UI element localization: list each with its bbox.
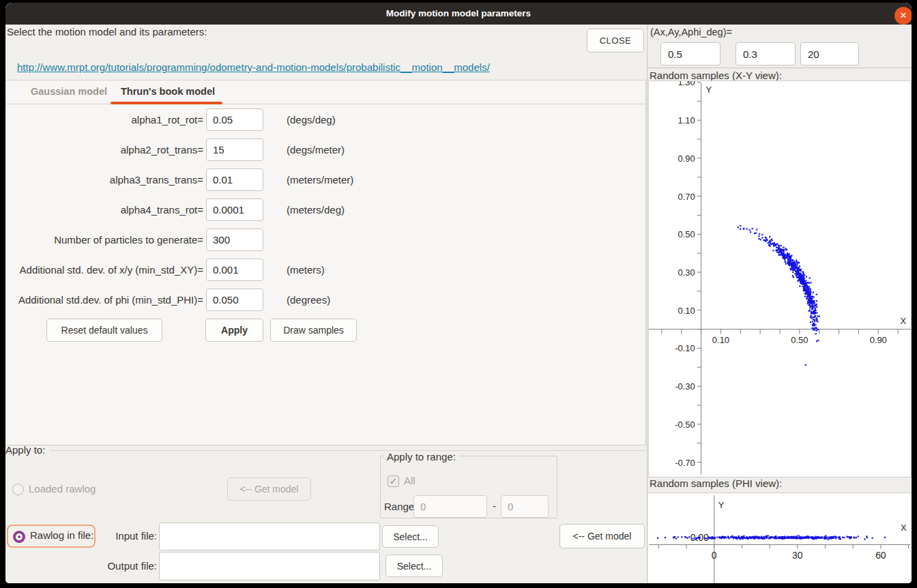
- xy-view-title: Random samples (X-Y view):: [650, 70, 782, 81]
- tab-thrun-book-model[interactable]: Thrun's book model: [121, 86, 215, 97]
- svg-text:1.10: 1.10: [678, 115, 695, 126]
- min-std-xy-unit: (meters): [287, 259, 325, 281]
- alpha2-unit: (degs/meter): [287, 138, 345, 161]
- svg-text:-0.50: -0.50: [675, 420, 695, 430]
- output-file-select-button[interactable]: Select...: [385, 555, 443, 577]
- apply-to-legend: Apply to:: [5, 444, 45, 456]
- output-file-field[interactable]: [159, 552, 380, 580]
- svg-text:Y: Y: [718, 500, 725, 510]
- check-icon: ✓: [390, 476, 397, 486]
- alpha3-unit: (meters/meter): [287, 168, 353, 191]
- svg-text:0.10: 0.10: [678, 306, 695, 316]
- tutorial-link[interactable]: http://www.mrpt.org/tutorials/programmin…: [17, 61, 490, 73]
- apply-to-range-legend: Apply to range:: [384, 451, 458, 462]
- rawlog-in-file-radio[interactable]: [13, 531, 25, 543]
- svg-text:X: X: [901, 523, 907, 533]
- screenshot-root: Modify motion model parameters ✕ Select …: [0, 0, 917, 588]
- alpha1-input[interactable]: [206, 108, 263, 131]
- svg-text:0.90: 0.90: [678, 153, 695, 164]
- svg-text:0.50: 0.50: [791, 335, 808, 345]
- input-file-select-button[interactable]: Select...: [382, 525, 439, 548]
- window-close-icon[interactable]: ✕: [894, 7, 912, 25]
- tab-gaussian-model[interactable]: Gaussian model: [31, 86, 107, 97]
- range-to-input[interactable]: [501, 495, 549, 518]
- svg-text:0.70: 0.70: [678, 192, 695, 202]
- all-checkbox-label: All: [404, 475, 416, 486]
- close-button[interactable]: CLOSE: [587, 29, 644, 53]
- range-label: Range:: [384, 501, 417, 512]
- alpha4-label: alpha4_trans_rot=: [5, 199, 203, 221]
- svg-text:0.50: 0.50: [678, 229, 695, 239]
- alpha3-input[interactable]: [206, 168, 263, 191]
- svg-text:30: 30: [792, 550, 803, 561]
- input-file-label: Input file:: [75, 530, 157, 542]
- svg-text:60: 60: [875, 550, 886, 561]
- range-dash: -: [493, 500, 496, 512]
- min-std-xy-label: Additional std. dev. of x/y (min_std_XY)…: [5, 259, 203, 281]
- get-model-button[interactable]: <-- Get model: [559, 524, 645, 548]
- window-title: Modify motion model parameters: [5, 3, 912, 25]
- min-std-phi-input[interactable]: [206, 289, 263, 311]
- alpha4-input[interactable]: [206, 199, 263, 221]
- svg-text:0.90: 0.90: [870, 335, 887, 345]
- active-tab-underline: [111, 102, 222, 104]
- ax-input[interactable]: [660, 42, 720, 65]
- svg-text:Y: Y: [706, 85, 712, 95]
- instruction-text: Select the motion model and its paramete…: [7, 26, 207, 38]
- aphi-input[interactable]: [800, 42, 859, 65]
- alpha2-input[interactable]: [206, 138, 263, 161]
- particles-input[interactable]: [206, 229, 263, 251]
- svg-text:1.30: 1.30: [678, 80, 695, 87]
- reset-default-values-button[interactable]: Reset default values: [46, 319, 162, 342]
- svg-text:-0.10: -0.10: [675, 343, 695, 353]
- min-std-xy-input[interactable]: [206, 259, 263, 281]
- phi-view-title: Random samples (PHI view):: [650, 477, 782, 489]
- get-model-button-disabled: <-- Get model: [227, 477, 311, 501]
- alpha3-label: alpha3_trans_trans=: [5, 168, 203, 191]
- output-file-label: Output file:: [75, 560, 157, 572]
- xy-scatter-plot: 1.301.100.900.700.500.300.10-0.10-0.30-0…: [648, 80, 912, 477]
- loaded-rawlog-label: Loaded rawlog: [29, 483, 96, 495]
- all-checkbox[interactable]: ✓: [388, 475, 399, 487]
- input-file-field[interactable]: [159, 523, 380, 550]
- delta-pose-label: (Ax,Ay,Aphi_deg)=: [650, 27, 732, 38]
- loaded-rawlog-radio[interactable]: [12, 484, 24, 495]
- alpha2-label: alpha2_rot_trans=: [5, 138, 203, 161]
- particles-label: Number of particles to generate=: [5, 229, 203, 251]
- svg-text:-0.70: -0.70: [675, 458, 695, 468]
- draw-samples-button[interactable]: Draw samples: [270, 319, 357, 342]
- dialog-window: Modify motion model parameters ✕ Select …: [5, 3, 912, 583]
- apply-button[interactable]: Apply: [205, 319, 263, 342]
- apply-to-frame-line: [50, 450, 646, 451]
- svg-text:0.10: 0.10: [712, 335, 729, 345]
- alpha1-label: alpha1_rot_rot=: [5, 108, 203, 131]
- ay-input[interactable]: [736, 42, 796, 65]
- min-std-phi-label: Additional std.dev. of phi (min_std_PHI)…: [5, 289, 203, 311]
- range-from-input[interactable]: [413, 495, 487, 518]
- phi-scatter-plot: 030600.00YX: [648, 493, 912, 583]
- svg-text:0: 0: [712, 550, 717, 561]
- svg-text:X: X: [900, 316, 906, 326]
- svg-text:-0.30: -0.30: [675, 381, 695, 392]
- alpha4-unit: (meters/deg): [287, 199, 345, 221]
- min-std-phi-unit: (degrees): [287, 289, 330, 311]
- svg-text:0.30: 0.30: [678, 267, 695, 278]
- titlebar[interactable]: Modify motion model parameters ✕: [5, 3, 912, 25]
- alpha1-unit: (degs/deg): [287, 108, 336, 131]
